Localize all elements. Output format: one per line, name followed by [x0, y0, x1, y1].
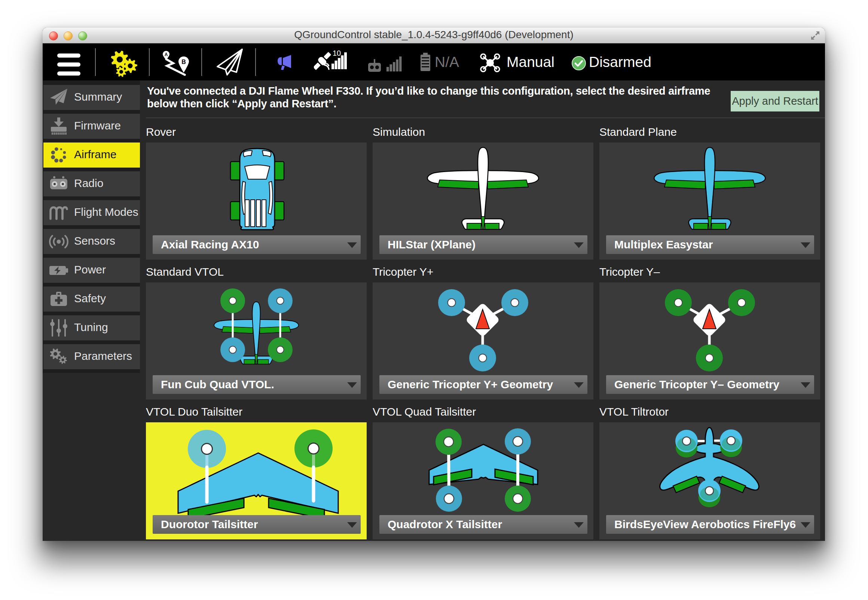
svg-text:A: A	[165, 52, 168, 57]
svg-text:10: 10	[333, 49, 341, 57]
svg-text:B: B	[182, 59, 186, 65]
